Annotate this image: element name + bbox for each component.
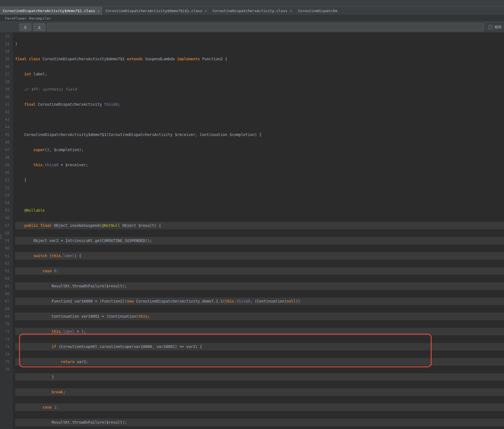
line-gutter: 3233343536373839404142434445464748495051… <box>0 33 13 429</box>
code-text: var2; <box>74 359 88 364</box>
code-text: CoroutineDispatchersActivity <box>36 102 104 107</box>
close-icon[interactable]: × <box>205 9 207 13</box>
code-text: ; <box>118 102 120 107</box>
code-text: super <box>33 147 45 152</box>
code-text: ( <box>47 253 52 258</box>
tab-dispatche[interactable]: CoroutineDispatche <box>295 7 341 15</box>
code-text: ) <box>15 41 17 46</box>
tab-activity[interactable]: CoroutineDispatchersActivity.class × <box>210 7 295 15</box>
match-label: 相符 <box>494 25 502 30</box>
code-text: ; <box>63 390 65 394</box>
tab-label: CoroutineDispatchersActivity.class <box>213 9 287 13</box>
code-content[interactable]: ) final class CoroutineDispatchersActivi… <box>13 33 504 429</box>
code-text: : <box>56 269 58 273</box>
gutter-dots-icon <box>1 234 1 239</box>
code-text: this$0 <box>104 102 118 107</box>
code-text: . <box>61 329 63 334</box>
editor-tabs: CoroutineDispatchersActivity$demo7$1.cla… <box>0 7 504 15</box>
code-text: @Nullable <box>24 208 45 213</box>
code-text: (CoroutineScopeKt.coroutineScope(var1000… <box>56 344 202 349</box>
download-button[interactable] <box>19 23 31 31</box>
code-text: . <box>61 253 63 258</box>
code-text: final class <box>15 57 40 61</box>
code-text: case <box>43 405 54 409</box>
code-text: break <box>52 390 63 394</box>
code-text: , (Continuation) <box>250 299 287 303</box>
close-icon[interactable]: × <box>290 9 292 13</box>
banner-text: FernFlower Decompiler <box>5 16 51 20</box>
code-text: ( <box>45 147 47 152</box>
code-text: , $completion); <box>49 147 84 152</box>
code-text: 2 <box>47 147 49 152</box>
code-text: null <box>287 299 296 303</box>
match-checkbox-wrap[interactable]: 相符 <box>488 25 502 30</box>
code-text: implements <box>177 57 200 61</box>
code-text: ResultKt.throwOnFailure($result); <box>52 284 127 288</box>
code-text: Continuation var10001 = (Continuation) <box>52 314 138 319</box>
code-text: new <box>127 299 134 303</box>
code-text: = <box>74 329 81 334</box>
code-text: . <box>43 163 45 167</box>
code-text: if <box>52 344 56 349</box>
code-text: @NotNull <box>102 223 120 228</box>
code-text: this <box>138 314 148 319</box>
code-text: )) <box>296 299 300 303</box>
code-text: CoroutineDispatchersActivity.demo7.1.1( <box>134 299 225 303</box>
tab-demo7-1[interactable]: CoroutineDispatchersActivity$demo7$1.cla… <box>0 7 103 15</box>
code-text: this$0 <box>45 163 59 167</box>
code-text: : <box>56 405 58 409</box>
code-text: } <box>24 178 27 182</box>
code-text: this <box>33 163 43 167</box>
code-text: CoroutineDispatchersActivity$demo7$1 <box>40 57 127 61</box>
decompiler-banner: FernFlower Decompiler <box>0 15 504 22</box>
upload-icon <box>37 25 41 29</box>
code-text: final <box>24 102 36 107</box>
download-icon <box>23 25 27 29</box>
code-text: Function2 { <box>200 57 227 61</box>
upload-button[interactable] <box>33 23 45 31</box>
tab-label: CoroutineDispatchersActivity$demo7$1$1.c… <box>106 9 202 13</box>
code-text: int <box>24 72 31 76</box>
code-text: public final <box>24 223 52 228</box>
code-text: this <box>52 329 61 334</box>
checkbox-icon[interactable] <box>488 25 493 29</box>
search-input[interactable] <box>47 23 484 31</box>
code-text: this <box>52 253 61 258</box>
code-text: label <box>63 253 75 258</box>
code-text: // $FF: synthetic field <box>24 87 77 91</box>
code-text: { <box>159 223 161 228</box>
tab-demo7-1-1[interactable]: CoroutineDispatchersActivity$demo7$1$1.c… <box>103 7 210 15</box>
editor-area: 3233343536373839404142434445464748495051… <box>0 33 504 429</box>
code-text: return <box>61 359 75 364</box>
code-text: Function2 var10000 = (Function2)( <box>52 299 127 303</box>
tab-label: CoroutineDispatche <box>298 9 338 13</box>
code-text: case <box>43 269 54 273</box>
code-text: Object var2 = IntrinsicsKt.getCOROUTINE_… <box>33 238 152 243</box>
code-text: extends <box>127 57 143 61</box>
code-text: Object $result) <box>120 223 159 228</box>
title-bar <box>0 0 504 7</box>
code-text: Object invokeSuspend( <box>52 223 102 228</box>
code-text: this <box>225 299 234 303</box>
tab-label: CoroutineDispatchersActivity$demo7$1.cla… <box>3 9 95 13</box>
code-text: ; <box>147 314 150 319</box>
code-text: switch <box>33 253 47 258</box>
close-icon[interactable]: × <box>97 9 100 13</box>
code-text: ; <box>84 329 86 334</box>
code-text: = $receiver; <box>58 163 88 167</box>
find-toolbar: 相符 <box>0 22 504 33</box>
code-text: 1 <box>81 329 84 334</box>
code-text: this$0 <box>236 299 250 303</box>
code-text: } <box>52 375 54 379</box>
code-text: ResultKt.throwOnFailure($result); <box>52 420 127 425</box>
code-text: label <box>63 329 75 334</box>
code-text: label; <box>31 72 47 76</box>
code-text: SuspendLambda <box>143 57 177 61</box>
code-text: ) { <box>74 253 81 258</box>
code-text: CoroutineDispatchersActivity$demo7$1(Cor… <box>24 132 262 137</box>
